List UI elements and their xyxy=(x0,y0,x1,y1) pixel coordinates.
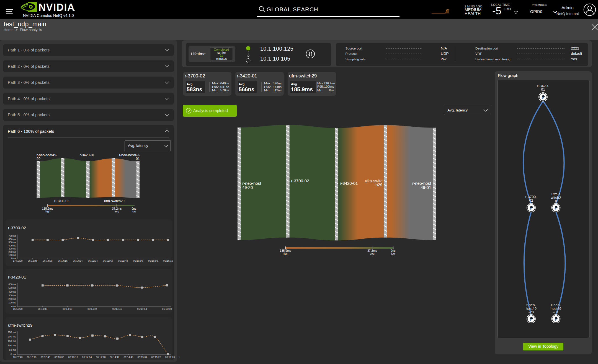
svg-text:500 ns: 500 ns xyxy=(8,241,16,244)
svg-text:06:13:06: 06:13:06 xyxy=(54,356,64,358)
svg-text:01: 01 xyxy=(136,157,140,161)
svg-text:06:14:16: 06:14:16 xyxy=(58,259,68,262)
svg-text:06:14:42: 06:14:42 xyxy=(110,356,119,358)
svg-text:9: 9 xyxy=(555,199,557,203)
svg-text:06:16:08: 06:16:08 xyxy=(148,259,158,262)
svg-text:100 ms: 100 ms xyxy=(8,344,16,347)
svg-text:0 ns: 0 ns xyxy=(11,305,16,308)
svg-text:06:15:42: 06:15:42 xyxy=(103,259,113,262)
svg-text:r-3420-01: r-3420-01 xyxy=(80,153,95,157)
svg-text:r-neo-host49-: r-neo-host49- xyxy=(119,153,140,157)
svg-text:06:15:28: 06:15:28 xyxy=(151,356,161,358)
svg-text:06:14:24: 06:14:24 xyxy=(87,308,97,310)
svg-text:06:13:16: 06:13:16 xyxy=(68,356,78,358)
svg-text:250 ms: 250 ms xyxy=(8,331,16,334)
svg-text:r-neo-host49-: r-neo-host49- xyxy=(37,153,57,157)
svg-text:06:16:00: 06:16:00 xyxy=(162,308,172,310)
svg-text:06:15:04: 06:15:04 xyxy=(137,356,147,358)
svg-text:06:16:10: 06:16:10 xyxy=(163,259,173,262)
svg-text:01: 01 xyxy=(541,87,545,92)
svg-text:06:16:26: 06:16:26 xyxy=(165,356,175,358)
svg-text:h29: h29 xyxy=(375,182,382,187)
svg-text:06:12:40: 06:12:40 xyxy=(40,356,50,358)
svg-text:100 ns: 100 ns xyxy=(8,254,16,256)
svg-text:r-3700-02: r-3700-02 xyxy=(54,199,69,203)
svg-text:avg: avg xyxy=(370,252,375,255)
svg-text:avg: avg xyxy=(115,210,119,213)
svg-text:700 ns: 700 ns xyxy=(8,235,16,237)
svg-text:-01: -01 xyxy=(553,310,559,314)
svg-text:300 ns: 300 ns xyxy=(8,294,16,297)
svg-text:200 ns: 200 ns xyxy=(8,251,16,253)
svg-text:50 ms: 50 ms xyxy=(9,349,16,351)
svg-text:06:14:18: 06:14:18 xyxy=(63,308,72,310)
svg-text:06:14:08: 06:14:08 xyxy=(43,259,52,262)
svg-text:06:15:04: 06:15:04 xyxy=(88,259,98,262)
svg-text:high: high xyxy=(45,210,50,213)
svg-text:06:13:48: 06:13:48 xyxy=(28,259,37,262)
svg-text:150 ms: 150 ms xyxy=(8,340,16,342)
svg-text:17:59:00: 17:59:00 xyxy=(13,259,22,262)
svg-text:ufm-switch29: ufm-switch29 xyxy=(104,199,125,203)
svg-text:200 ns: 200 ns xyxy=(8,298,16,300)
svg-text:06:14:48: 06:14:48 xyxy=(112,308,122,310)
svg-text:06:13:44: 06:13:44 xyxy=(38,308,47,310)
svg-text:49-01: 49-01 xyxy=(421,185,431,190)
svg-text:400 ns: 400 ns xyxy=(8,244,16,247)
svg-text:low: low xyxy=(132,210,136,213)
svg-text:06:14:48: 06:14:48 xyxy=(123,356,133,358)
svg-text:20: 20 xyxy=(37,157,40,161)
svg-text:06:15:48: 06:15:48 xyxy=(118,259,128,262)
svg-text:r-3420-01: r-3420-01 xyxy=(340,181,358,186)
svg-text:06:14:04: 06:14:04 xyxy=(82,356,92,358)
svg-text:06:12:16: 06:12:16 xyxy=(27,356,36,358)
svg-text:0 ms: 0 ms xyxy=(11,353,16,356)
svg-text:02: 02 xyxy=(529,198,533,202)
svg-text:16:52:20: 16:52:20 xyxy=(13,308,22,310)
svg-text:06:14:28: 06:14:28 xyxy=(96,356,105,358)
svg-text:NVIDIA: NVIDIA xyxy=(38,2,75,13)
svg-text:600 ns: 600 ns xyxy=(8,283,16,286)
svg-text:high: high xyxy=(283,252,288,255)
svg-text:06:16:00: 06:16:00 xyxy=(133,259,143,262)
svg-text:16:25:40: 16:25:40 xyxy=(13,356,22,358)
svg-text:300 ns: 300 ns xyxy=(8,247,16,250)
svg-text:600 ns: 600 ns xyxy=(8,238,16,241)
svg-text:-20: -20 xyxy=(529,310,534,314)
svg-text:low: low xyxy=(391,252,395,255)
svg-text:49-20: 49-20 xyxy=(242,185,253,190)
svg-text:06:14:54: 06:14:54 xyxy=(73,259,83,262)
svg-text:400 ns: 400 ns xyxy=(8,290,16,293)
svg-text:200 ms: 200 ms xyxy=(8,335,16,338)
svg-text:0 ns: 0 ns xyxy=(11,257,16,260)
svg-text:500 ns: 500 ns xyxy=(8,287,16,289)
svg-text:06:17:42: 06:17:42 xyxy=(179,356,179,358)
svg-text:06:14:54: 06:14:54 xyxy=(137,308,147,310)
svg-text:100 ns: 100 ns xyxy=(8,301,16,304)
svg-text:r-3700-02: r-3700-02 xyxy=(291,178,309,183)
